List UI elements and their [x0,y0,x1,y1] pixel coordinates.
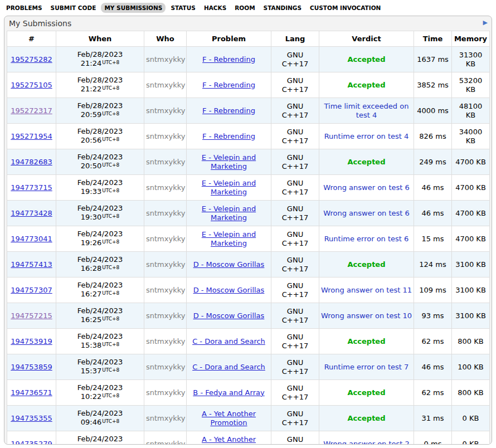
submission-id-link[interactable]: 194757413 [11,260,52,269]
submission-problem-cell: A - Yet Another Promotion [187,406,271,431]
submission-id-link[interactable]: 194757307 [11,286,52,294]
submission-id-link[interactable]: 194753919 [11,337,52,345]
submission-id-link[interactable]: 194736571 [11,388,52,397]
submission-lang-cell: GNU C++17 [271,303,319,329]
submission-lang-cell: GNU C++17 [271,431,319,445]
submitter-handle: sntmxykky [146,388,185,397]
submission-who-cell: sntmxykky [144,277,187,303]
submission-id-link[interactable]: 195271954 [11,132,52,140]
submission-problem-cell: F - Rebrending [187,72,271,98]
submission-id-link[interactable]: 195275105 [11,81,52,89]
problem-link[interactable]: F - Rebrending [202,106,255,115]
submission-memory-cell: 3100 KB [452,303,490,329]
submission-id-cell: 195271954 [7,124,56,149]
submission-timezone: UTC+8 [102,137,119,142]
submission-memory-cell: 3100 KB [452,277,490,303]
submission-time-line: 10:22UTC+8 [58,392,142,402]
submission-id-link[interactable]: 194753859 [11,363,52,371]
submission-id-cell: 194736571 [7,380,56,406]
table-row: 194757413 Feb/24/2023 16:28UTC+8 sntmxyk… [7,252,490,277]
problem-link[interactable]: D - Moscow Gorillas [193,260,265,269]
submission-time-cell: 109 ms [414,277,452,303]
submission-time: 19:26 [81,238,101,247]
problem-link[interactable]: A - Yet Another Promotion [202,410,256,427]
submission-who-cell: sntmxykky [144,47,187,72]
submission-time-line: 19:30UTC+8 [58,213,142,222]
submission-time-line: 20:56UTC+8 [58,136,142,145]
submission-id-link[interactable]: 194782683 [11,158,52,166]
submission-id-cell: 194773041 [7,226,56,252]
submission-date: Feb/24/2023 [58,383,142,392]
nav-item[interactable]: STATUS [167,3,198,13]
problem-link[interactable]: C - Dora and Search [192,363,265,371]
submission-timezone: UTC+8 [102,60,119,65]
problem-link[interactable]: D - Moscow Gorillas [193,286,265,294]
problem-link[interactable]: E - Velepin and Marketing [202,230,256,247]
submission-time-line: 09:43UTC+8 [58,444,142,445]
problem-link[interactable]: F - Rebrending [202,55,255,64]
language-label: GNU C++17 [282,333,309,350]
nav-item[interactable]: SUBMIT CODE [47,3,100,13]
submission-id-link[interactable]: 194735279 [11,440,52,445]
table-row: 194757215 Feb/24/2023 16:25UTC+8 sntmxyk… [7,303,490,329]
verdict-text: Accepted [348,158,386,166]
expand-arrow-icon[interactable]: ▶ [483,20,488,26]
problem-link[interactable]: E - Velepin and Marketing [202,204,256,222]
submitter-handle: sntmxykky [146,337,185,345]
submission-verdict-cell: Accepted [319,72,414,98]
submission-timezone: UTC+8 [102,316,119,322]
problem-link[interactable]: E - Velepin and Marketing [202,153,256,171]
verdict-text: Accepted [348,414,386,422]
submission-date: Feb/28/2023 [58,50,142,59]
nav-item[interactable]: PROBLEMS [3,3,46,13]
submission-id-link[interactable]: 194773715 [11,183,52,192]
memory-consumed: 800 KB [458,337,483,345]
submission-id-cell: 194782683 [7,149,56,175]
submission-id-link[interactable]: 195272317 [11,106,52,115]
submission-id-link[interactable]: 194757215 [11,311,52,320]
language-label: GNU C++17 [282,51,309,69]
table-row: 195275282 Feb/28/2023 21:24UTC+8 sntmxyk… [7,47,490,72]
submission-lang-cell: GNU C++17 [271,329,319,354]
submission-memory-cell: 100 KB [452,354,490,380]
nav-item[interactable]: STANDINGS [260,3,305,13]
submission-id-link[interactable]: 195275282 [11,55,52,64]
submission-lang-cell: GNU C++17 [271,406,319,431]
problem-link[interactable]: E - Velepin and Marketing [202,179,256,196]
submission-when-cell: Feb/24/2023 16:28UTC+8 [56,252,144,277]
submission-id-link[interactable]: 194735355 [11,414,52,422]
column-header: Who [144,31,187,47]
problem-link[interactable]: F - Rebrending [202,132,255,140]
verdict-text: Wrong answer on test 6 [323,209,410,217]
submission-when-cell: Feb/28/2023 20:56UTC+8 [56,124,144,149]
submission-time-cell: 62 ms [414,329,452,354]
submission-time: 21:24 [81,59,101,67]
submission-id-cell: 194753859 [7,354,56,380]
nav-item[interactable]: HACKS [201,3,230,13]
problem-link[interactable]: D - Moscow Gorillas [193,311,265,320]
submission-date: Feb/24/2023 [58,281,142,290]
submission-timezone: UTC+8 [102,367,119,373]
submission-who-cell: sntmxykky [144,431,187,445]
table-row: 194735279 Feb/24/2023 09:43UTC+8 sntmxyk… [7,431,490,445]
submission-id-link[interactable]: 194773041 [11,235,52,243]
submission-time: 20:59 [81,110,101,119]
nav-item[interactable]: ROOM [231,3,258,13]
submission-time-cell: 46 ms [414,354,452,380]
nav-item[interactable]: CUSTOM INVOCATION [307,3,384,13]
memory-consumed: 800 KB [458,388,483,397]
nav-item[interactable]: MY SUBMISSIONS [101,3,166,13]
submission-verdict-cell: Runtime error on test 7 [319,354,414,380]
submission-id-cell: 194735355 [7,406,56,431]
submission-memory-cell: 4700 KB [452,226,490,252]
submission-id-cell: 194773715 [7,175,56,201]
memory-consumed: 0 KB [463,414,479,422]
problem-link[interactable]: C - Dora and Search [192,337,265,345]
problem-link[interactable]: B - Fedya and Array [193,388,264,397]
submission-id-link[interactable]: 194773428 [11,209,52,217]
submission-time-cell: 46 ms [414,175,452,201]
time-consumed: 46 ms [421,363,444,371]
problem-link[interactable]: A - Yet Another Promotion [202,435,256,445]
column-header: Verdict [319,31,414,47]
problem-link[interactable]: F - Rebrending [202,81,255,89]
